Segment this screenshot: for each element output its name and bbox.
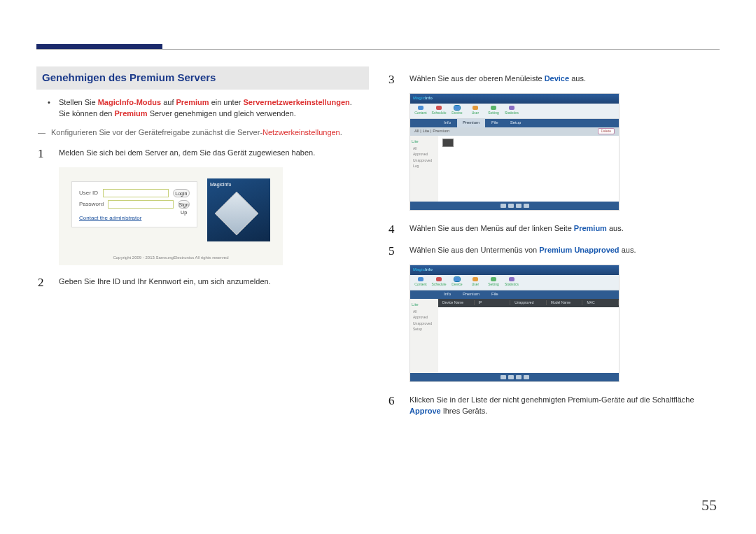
subbar: All | Lite | Premium Delete xyxy=(410,127,619,136)
step-number: 4 xyxy=(388,220,400,239)
t-red: MagicInfo-Modus xyxy=(98,98,161,106)
copyright-text: Copyright 2009 - 2013 SamsungElectronics… xyxy=(59,255,283,261)
tab-premium[interactable]: Premium xyxy=(457,119,485,127)
user-id-label: User ID xyxy=(79,189,99,197)
app-header: MagicInfo xyxy=(410,265,619,275)
tab-setup[interactable]: Setup xyxy=(505,119,527,127)
footer-btn[interactable] xyxy=(524,375,529,379)
step-4: 4 Wählen Sie aus den Menüs auf der linke… xyxy=(388,220,720,239)
tb-user-icon[interactable]: User xyxy=(470,277,480,287)
tb-stats-icon[interactable]: Statistics xyxy=(507,277,517,287)
banner-title: MagicInfo xyxy=(210,182,231,187)
col: Unapproved xyxy=(510,300,547,306)
tb-content-icon[interactable]: Content xyxy=(416,106,426,115)
col: Device Name xyxy=(438,300,475,306)
subtabs: All | Lite | Premium xyxy=(414,128,449,134)
app-header: MagicInfo xyxy=(410,94,619,104)
footer-btn[interactable] xyxy=(516,375,522,379)
left-column: Genehmigen des Premium Servers • Stellen… xyxy=(36,66,369,421)
lbl: Statistics xyxy=(505,282,519,288)
step-2: 2 Geben Sie Ihre ID und Ihr Kennwort ein… xyxy=(38,274,369,292)
subtab[interactable]: All xyxy=(414,129,419,133)
step-text: Geben Sie Ihre ID und Ihr Kennwort ein, … xyxy=(59,274,271,292)
logo-a: Magic xyxy=(413,96,425,100)
subtab[interactable]: Premium xyxy=(433,129,449,133)
tb-stats-icon[interactable]: Statistics xyxy=(507,106,517,115)
tab[interactable]: Info xyxy=(438,290,456,299)
t: auf xyxy=(161,98,176,106)
t: Wählen Sie aus der oberen Menüleiste xyxy=(410,74,545,83)
sidebar-item[interactable]: All xyxy=(412,309,437,315)
tabbar: Info Premium File xyxy=(410,290,619,299)
sidebar-item[interactable]: Setup xyxy=(412,327,437,332)
t: Wählen Sie aus den Menüs auf der linken … xyxy=(410,224,574,232)
sidebar-item[interactable]: Unapproved xyxy=(412,321,437,327)
login-button[interactable]: Login xyxy=(173,189,190,197)
footer-btn[interactable] xyxy=(508,204,514,208)
footer-btn[interactable] xyxy=(516,204,522,208)
login-banner: MagicInfo xyxy=(207,178,270,241)
tabbar: Info Premium File Setup xyxy=(410,119,619,127)
footer-btn[interactable] xyxy=(524,204,529,208)
t: . xyxy=(340,128,342,136)
tb-schedule-icon[interactable]: Schedule xyxy=(434,277,444,287)
password-input[interactable] xyxy=(108,200,174,209)
tb-schedule-icon[interactable]: Schedule xyxy=(434,106,444,115)
workspace xyxy=(438,136,619,202)
t: aus. xyxy=(607,224,624,232)
toolbar: Content Schedule Device User Setting Sta… xyxy=(410,275,619,290)
tb-setting-icon[interactable]: Setting xyxy=(489,277,498,287)
signup-button[interactable]: Sign Up xyxy=(178,200,190,209)
footer-btn[interactable] xyxy=(500,375,506,379)
tab-file[interactable]: File xyxy=(486,119,504,127)
contact-admin-link[interactable]: Contact the administrator xyxy=(79,214,141,223)
user-id-input[interactable] xyxy=(103,189,169,197)
tb-setting-icon[interactable]: Setting xyxy=(489,106,498,115)
tab[interactable]: File xyxy=(486,290,504,299)
lbl: Device xyxy=(451,282,462,288)
t-blue: Approve xyxy=(410,407,441,415)
footer-btn[interactable] xyxy=(508,375,514,379)
step-3: 3 Wählen Sie aus der oberen Menüleiste D… xyxy=(388,71,720,89)
tb-device-icon[interactable]: Device xyxy=(452,277,462,287)
login-row-pass: Password Sign Up xyxy=(79,200,190,209)
delete-button[interactable]: Delete xyxy=(598,128,615,135)
sidebar-item[interactable]: Log xyxy=(412,164,437,169)
step-text: Wählen Sie aus der oberen Menüleiste Dev… xyxy=(410,71,586,89)
dash-text: Konfigurieren Sie vor der Gerätefreigabe… xyxy=(51,127,342,139)
bullet-text: Stellen Sie MagicInfo-Modus auf Premium … xyxy=(59,97,352,120)
app-screenshot-1: MagicInfo Content Schedule Device User S… xyxy=(410,93,620,211)
footer-btn[interactable] xyxy=(500,204,506,208)
app-logo: MagicInfo xyxy=(413,95,433,102)
tb-device-icon[interactable]: Device xyxy=(452,106,462,115)
t-blue: Premium Unapproved xyxy=(539,246,619,254)
tab-info[interactable]: Info xyxy=(438,119,456,127)
subtab[interactable]: Lite xyxy=(423,129,430,133)
device-thumb[interactable] xyxy=(442,139,454,147)
t: Klicken Sie in der Liste der nicht geneh… xyxy=(410,395,694,404)
sidebar-item[interactable]: Approved xyxy=(412,152,437,157)
diamond-graphic xyxy=(215,191,258,234)
lbl: Setting xyxy=(488,111,499,116)
t-blue: Device xyxy=(545,74,569,83)
workspace: Device Name IP Unapproved Model Name MAC xyxy=(438,299,619,373)
sidebar-item[interactable]: Unapproved xyxy=(412,158,437,164)
tb-content-icon[interactable]: Content xyxy=(416,277,426,287)
login-screenshot: User ID Login Password Sign Up Contact t… xyxy=(59,167,283,265)
t: Server genehmigen und gleich verwenden. xyxy=(148,109,296,118)
t: Konfigurieren Sie vor der Gerätefreigabe… xyxy=(51,128,262,136)
lbl: Statistics xyxy=(505,111,519,116)
tab[interactable]: Premium xyxy=(457,290,485,299)
page-content: Genehmigen des Premium Servers • Stellen… xyxy=(36,66,720,421)
step-text: Klicken Sie in der Liste der nicht geneh… xyxy=(410,392,720,417)
top-rule xyxy=(36,49,720,50)
sidebar-item[interactable]: All xyxy=(412,146,437,152)
login-box: User ID Login Password Sign Up Contact t… xyxy=(71,181,197,227)
sidebar-item[interactable]: Approved xyxy=(412,315,437,321)
t-blue: Premium xyxy=(574,224,607,232)
step-5: 5 Wählen Sie aus den Untermenüs von Prem… xyxy=(388,242,720,260)
step-text: Wählen Sie aus den Menüs auf der linken … xyxy=(410,220,624,239)
tb-user-icon[interactable]: User xyxy=(470,106,480,115)
sidebar: Lite All Approved Unapproved Setup xyxy=(410,299,438,373)
lbl: Device xyxy=(451,111,462,116)
